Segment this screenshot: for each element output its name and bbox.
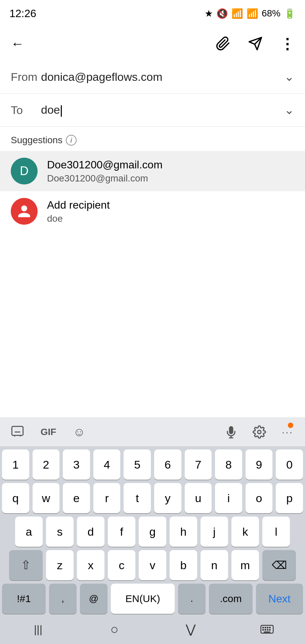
key-p[interactable]: p <box>276 483 303 513</box>
period-key[interactable]: . <box>178 584 206 614</box>
key-t[interactable]: t <box>124 483 151 513</box>
backspace-key[interactable]: ⌫ <box>262 550 296 580</box>
shift-icon: ⇧ <box>21 558 31 572</box>
key-4[interactable]: 4 <box>93 449 121 480</box>
to-value: doe <box>41 103 284 116</box>
avatar-add-recipient <box>11 198 38 225</box>
key-y[interactable]: y <box>154 483 181 513</box>
keyboard-rows: 1 2 3 4 5 6 7 8 9 0 q w e r t y u i o p … <box>0 447 305 614</box>
key-j[interactable]: j <box>201 517 228 547</box>
nav-home-button[interactable]: ○ <box>101 619 128 639</box>
from-chevron-icon[interactable]: ⌄ <box>284 70 294 84</box>
suggestion-text-add-recipient: Add recipient doe <box>47 199 110 224</box>
nav-back-button[interactable]: ||| <box>25 619 52 639</box>
from-value: donica@pageflows.com <box>41 70 284 84</box>
space-key[interactable]: EN(UK) <box>111 584 175 614</box>
next-key[interactable]: Next <box>256 584 303 614</box>
emoji-button[interactable]: ☺ <box>69 421 90 443</box>
bottom-row: !#1 , @ EN(UK) . .com Next <box>2 584 303 614</box>
key-1[interactable]: 1 <box>2 449 29 480</box>
emoji-icon: ☺ <box>73 425 86 439</box>
suggestions-label: Suggestions <box>11 135 62 146</box>
to-field-row[interactable]: To doe ⌄ <box>0 94 305 127</box>
back-icon: ← <box>11 36 24 51</box>
key-c[interactable]: c <box>108 550 135 580</box>
key-k[interactable]: k <box>231 517 259 547</box>
mic-button[interactable] <box>220 421 242 443</box>
send-icon <box>248 36 263 51</box>
app-bar-right: ⋮ <box>214 34 297 53</box>
asdf-row: a s d f g h j k l <box>2 517 303 547</box>
key-o[interactable]: o <box>246 483 273 513</box>
send-button[interactable] <box>246 34 265 53</box>
bluetooth-icon: ★ <box>205 8 213 19</box>
more-button[interactable]: ⋮ <box>278 34 297 53</box>
key-z[interactable]: z <box>46 550 74 580</box>
key-r[interactable]: r <box>93 483 121 513</box>
sticker-button[interactable] <box>7 421 28 443</box>
comma-key[interactable]: , <box>49 584 77 614</box>
key-v[interactable]: v <box>139 550 166 580</box>
nav-recent-button[interactable]: ⋁ <box>177 619 204 639</box>
from-field-row: From donica@pageflows.com ⌄ <box>0 60 305 94</box>
key-a[interactable]: a <box>15 517 43 547</box>
suggestions-header: Suggestions i <box>0 127 305 151</box>
key-5[interactable]: 5 <box>124 449 151 480</box>
key-u[interactable]: u <box>185 483 212 513</box>
key-b[interactable]: b <box>170 550 197 580</box>
key-d[interactable]: d <box>77 517 104 547</box>
suggestions-info-icon[interactable]: i <box>66 135 77 146</box>
gif-button[interactable]: GIF <box>38 421 59 443</box>
battery-level: 68% <box>262 8 280 19</box>
key-2[interactable]: 2 <box>33 449 60 480</box>
dotcom-key[interactable]: .com <box>209 584 253 614</box>
key-g[interactable]: g <box>139 517 166 547</box>
key-f[interactable]: f <box>108 517 135 547</box>
key-7[interactable]: 7 <box>185 449 212 480</box>
key-w[interactable]: w <box>33 483 60 513</box>
suggestion-item-doe301200[interactable]: D Doe301200@gmail.com Doe301200@gmail.co… <box>0 151 305 191</box>
key-s[interactable]: s <box>46 517 74 547</box>
suggestion-text-doe301200: Doe301200@gmail.com Doe301200@gmail.com <box>47 159 163 184</box>
zxcv-row: ⇧ z x c v b n m ⌫ <box>2 550 303 580</box>
nav-back-icon: ||| <box>34 623 42 636</box>
key-6[interactable]: 6 <box>154 449 181 480</box>
settings-button[interactable] <box>249 421 270 443</box>
more-toolbar-button[interactable]: ··· <box>277 421 298 443</box>
avatar-doe301200: D <box>11 158 38 184</box>
key-l[interactable]: l <box>262 517 290 547</box>
key-0[interactable]: 0 <box>276 449 303 480</box>
suggestion-secondary-add-recipient: doe <box>47 213 110 224</box>
qwerty-row: q w e r t y u i o p <box>2 483 303 513</box>
wifi-icon: 📶 <box>231 8 243 19</box>
shift-key[interactable]: ⇧ <box>9 550 43 580</box>
back-button[interactable]: ← <box>8 34 27 53</box>
keyboard-toolbar: GIF ☺ ··· <box>0 417 305 447</box>
more-dots-icon: ··· <box>282 426 293 438</box>
more-icon: ⋮ <box>280 35 295 52</box>
toolbar-left: GIF ☺ <box>7 421 90 443</box>
svg-rect-2 <box>12 426 23 435</box>
key-h[interactable]: h <box>170 517 197 547</box>
nav-keyboard-button[interactable] <box>254 619 280 639</box>
to-chevron-icon[interactable]: ⌄ <box>284 103 294 117</box>
key-i[interactable]: i <box>215 483 242 513</box>
key-8[interactable]: 8 <box>215 449 242 480</box>
key-m[interactable]: m <box>231 550 259 580</box>
key-9[interactable]: 9 <box>246 449 273 480</box>
person-icon <box>17 204 32 219</box>
key-3[interactable]: 3 <box>63 449 90 480</box>
attach-button[interactable] <box>214 34 232 53</box>
gif-label: GIF <box>41 427 56 437</box>
number-row: 1 2 3 4 5 6 7 8 9 0 <box>2 449 303 480</box>
key-e[interactable]: e <box>63 483 90 513</box>
key-q[interactable]: q <box>2 483 29 513</box>
from-label: From <box>11 70 41 84</box>
nav-home-icon: ○ <box>110 622 118 637</box>
symbols-key[interactable]: !#1 <box>2 584 46 614</box>
at-key[interactable]: @ <box>80 584 107 614</box>
suggestion-secondary-doe301200: Doe301200@gmail.com <box>47 173 163 184</box>
key-x[interactable]: x <box>77 550 104 580</box>
key-n[interactable]: n <box>201 550 228 580</box>
suggestion-item-add-recipient[interactable]: Add recipient doe <box>0 191 305 231</box>
